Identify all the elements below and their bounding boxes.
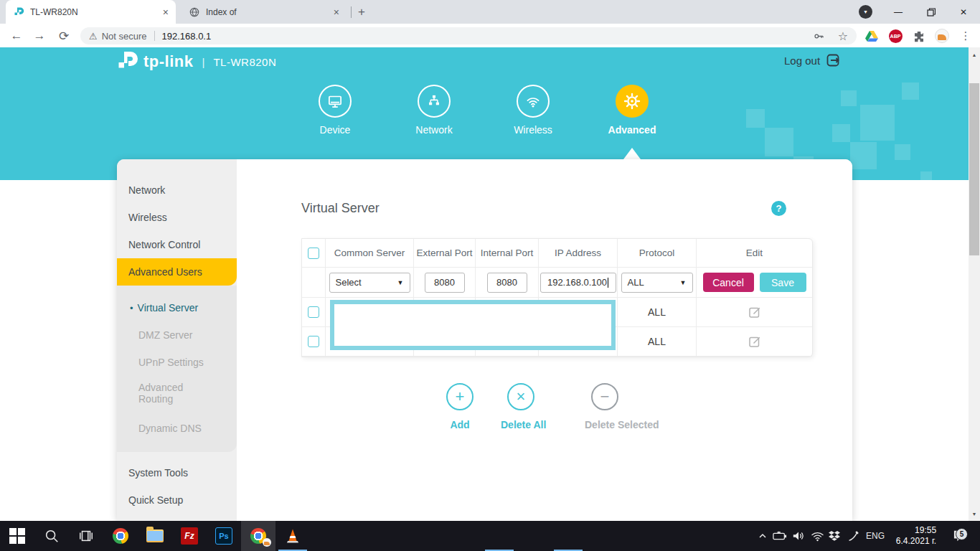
url-text[interactable]: 192.168.0.1: [162, 31, 813, 42]
save-button[interactable]: Save: [760, 273, 806, 292]
page-title: Virtual Server: [301, 201, 380, 216]
address-bar[interactable]: ⚠ Not secure 192.168.0.1 ☆: [80, 27, 857, 44]
sidebar-item-network[interactable]: Network: [117, 176, 237, 204]
row-protocol: ALL: [618, 298, 697, 326]
sidebar-subitem-dmz-server[interactable]: DMZ Server: [117, 321, 237, 349]
sidebar-subitem-dynamic-dns[interactable]: Dynamic DNS: [117, 415, 237, 442]
nav-label: Device: [292, 124, 378, 136]
taskbar-chrome-icon[interactable]: [103, 521, 138, 551]
sidebar-menu: Network Wireless Network Control Advance…: [117, 159, 237, 521]
forward-button[interactable]: →: [30, 27, 49, 45]
tab-title: Index of: [206, 7, 328, 17]
folder-icon: [146, 529, 164, 542]
sidebar-subitem-upnp-settings[interactable]: UPnP Settings: [117, 349, 237, 376]
titlebar-chevron-button[interactable]: ▼: [859, 5, 872, 19]
refresh-button[interactable]: ⟳: [55, 27, 73, 45]
start-button[interactable]: [0, 521, 34, 551]
taskbar-search-button[interactable]: [34, 521, 69, 551]
taskbar-chrome-active[interactable]: [241, 521, 275, 551]
password-key-icon[interactable]: [813, 30, 825, 42]
sidebar-item-advanced-users[interactable]: Advanced Users: [117, 258, 237, 286]
plus-icon: +: [446, 383, 473, 410]
cancel-button[interactable]: Cancel: [703, 273, 754, 292]
nav-label: Network: [391, 124, 477, 136]
nav-label: Wireless: [490, 124, 576, 136]
row-checkbox[interactable]: [308, 306, 319, 318]
tray-date: 6.4.2021 г.: [896, 536, 936, 547]
chevron-down-icon: ▼: [863, 9, 868, 14]
tab-close-icon[interactable]: ×: [334, 7, 339, 17]
text-caret: [608, 278, 608, 288]
row-checkbox[interactable]: [308, 336, 319, 347]
decor-square: [832, 124, 850, 142]
custom-extension-icon[interactable]: [935, 29, 949, 43]
delete-selected-button[interactable]: − Delete Selected: [585, 383, 625, 430]
logout-label: Log out: [784, 55, 820, 67]
select-all-checkbox[interactable]: [308, 248, 319, 259]
sidebar-item-wireless[interactable]: Wireless: [117, 204, 237, 231]
tray-volume-icon[interactable]: [789, 521, 808, 551]
sidebar-item-network-control[interactable]: Network Control: [117, 231, 237, 258]
new-tab-button[interactable]: +: [358, 5, 365, 19]
taskbar-file-explorer[interactable]: [138, 521, 172, 551]
taskbar-filezilla[interactable]: Fz: [172, 521, 207, 551]
nav-item-advanced[interactable]: Advanced: [589, 85, 675, 136]
browser-menu-button[interactable]: ⋮: [958, 29, 973, 43]
nav-item-network[interactable]: Network: [391, 85, 477, 136]
taskbar-vlc[interactable]: [275, 521, 310, 551]
tplink-brand: tp-link | TL-WR820N: [115, 50, 276, 73]
tray-battery-icon[interactable]: [771, 521, 789, 551]
sidebar-subitem-virtual-server[interactable]: • Virtual Server: [117, 294, 237, 321]
window-restore-button[interactable]: [915, 0, 948, 24]
back-button[interactable]: ←: [7, 27, 26, 45]
bookmark-star-icon[interactable]: ☆: [838, 29, 848, 43]
windows-taskbar: Fz Ps: [0, 521, 980, 551]
nav-item-device[interactable]: Device: [292, 85, 378, 136]
window-close-button[interactable]: ✕: [947, 0, 980, 24]
not-secure-label[interactable]: Not secure: [102, 31, 147, 42]
tray-pen-icon[interactable]: [844, 521, 862, 551]
task-view-button[interactable]: [69, 521, 103, 551]
tray-dropbox-icon[interactable]: [825, 521, 844, 551]
taskbar-photoshop[interactable]: Ps: [207, 521, 241, 551]
scroll-down-arrow[interactable]: ▼: [969, 508, 980, 519]
internal-port-input[interactable]: 8080: [487, 273, 527, 293]
cross-icon: ×: [507, 383, 534, 410]
sidebar-subitem-advanced-routing[interactable]: Advanced Routing: [117, 376, 210, 415]
nav-label: Advanced: [589, 124, 675, 136]
notification-center-button[interactable]: 5: [946, 521, 974, 551]
page-scrollbar[interactable]: ▲ ▼: [969, 47, 980, 521]
tray-wifi-icon[interactable]: [808, 521, 826, 551]
nav-item-wireless[interactable]: Wireless: [490, 85, 576, 136]
window-minimize-button[interactable]: —: [882, 0, 915, 24]
scrollbar-thumb[interactable]: [969, 83, 979, 255]
browser-tab-index-of[interactable]: Index of ×: [182, 0, 347, 24]
help-icon[interactable]: ?: [771, 201, 786, 216]
edit-icon[interactable]: [748, 306, 761, 319]
scroll-up-arrow[interactable]: ▲: [969, 49, 980, 60]
tab-close-icon[interactable]: ×: [163, 7, 169, 17]
external-port-input[interactable]: 8080: [425, 273, 465, 293]
tplink-favicon: [13, 6, 24, 18]
decor-square: [850, 142, 877, 169]
browser-tab-router[interactable]: TL-WR820N ×: [6, 0, 176, 24]
ip-address-input[interactable]: 192.168.0.100: [540, 273, 616, 293]
decor-square: [920, 171, 932, 180]
protocol-select[interactable]: ALL ▼: [621, 273, 693, 293]
url-divider: [154, 31, 155, 41]
adblock-extension-icon[interactable]: ABP: [888, 29, 903, 43]
common-server-select[interactable]: Select ▼: [329, 273, 410, 293]
google-drive-icon[interactable]: [864, 29, 879, 43]
extensions-puzzle-icon[interactable]: [912, 29, 926, 43]
tray-expand-chevron[interactable]: [755, 521, 771, 551]
edit-icon[interactable]: [748, 335, 761, 348]
add-button[interactable]: + Add: [440, 383, 480, 430]
delete-all-button[interactable]: × Delete All: [501, 383, 541, 430]
logout-button[interactable]: Log out: [784, 53, 840, 67]
sidebar-item-quick-setup[interactable]: Quick Setup: [117, 486, 237, 514]
tray-clock[interactable]: 19:55 6.4.2021 г.: [890, 521, 943, 551]
decor-square: [895, 144, 910, 160]
tab-title: TL-WR820N: [30, 7, 157, 17]
sidebar-item-system-tools[interactable]: System Tools: [117, 459, 237, 486]
tray-language-indicator[interactable]: ENG: [862, 521, 888, 551]
